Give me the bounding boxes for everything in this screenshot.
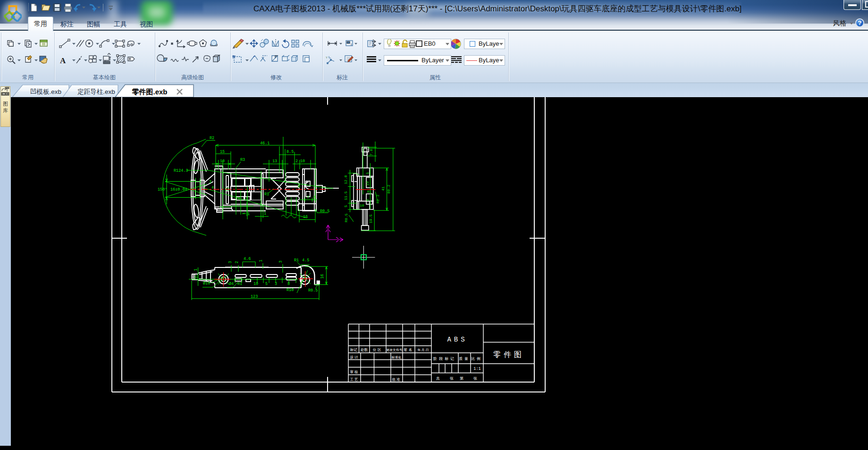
svg-text:处数: 处数 xyxy=(360,348,368,352)
svg-text:8.5: 8.5 xyxy=(287,150,294,154)
svg-text:R3: R3 xyxy=(240,158,245,162)
svg-text:1: 1 xyxy=(264,211,266,216)
svg-text:零件图.exb: 零件图.exb xyxy=(132,88,167,96)
svg-text:阶段标记: 阶段标记 xyxy=(433,357,456,361)
svg-text:8: 8 xyxy=(287,282,290,286)
svg-text:3: 3 xyxy=(313,195,315,200)
svg-text:R2: R2 xyxy=(210,136,214,141)
svg-text:R0.5: R0.5 xyxy=(344,213,348,222)
svg-text:80.2: 80.2 xyxy=(387,184,391,193)
svg-text:13: 13 xyxy=(272,159,277,164)
svg-text:7: 7 xyxy=(356,173,361,175)
svg-text:更改文件号: 更改文件号 xyxy=(387,348,403,352)
svg-text:10: 10 xyxy=(365,181,370,186)
svg-text:16: 16 xyxy=(303,215,308,219)
svg-text:签名: 签名 xyxy=(404,348,414,352)
svg-text:10: 10 xyxy=(253,282,258,286)
svg-text:A: A xyxy=(60,56,66,65)
svg-text:16: 16 xyxy=(320,274,325,279)
svg-text:R2.2: R2.2 xyxy=(376,194,380,203)
svg-text:图: 图 xyxy=(3,101,8,107)
svg-text:工艺: 工艺 xyxy=(350,377,359,382)
svg-text:8: 8 xyxy=(298,184,300,189)
svg-text:设计: 设计 xyxy=(350,355,359,359)
svg-text:1: 1 xyxy=(247,212,250,217)
svg-text:10: 10 xyxy=(220,159,225,164)
svg-text:R1: R1 xyxy=(264,192,269,197)
svg-text:批准: 批准 xyxy=(392,377,401,382)
svg-text:2: 2 xyxy=(235,261,239,263)
svg-text:第: 第 xyxy=(460,376,463,381)
svg-text:Ø4: Ø4 xyxy=(229,282,234,286)
svg-text:分区: 分区 xyxy=(373,348,383,352)
svg-text:库: 库 xyxy=(3,108,8,113)
svg-text:12.8: 12.8 xyxy=(344,175,348,184)
svg-text:7: 7 xyxy=(307,195,309,200)
svg-text:10: 10 xyxy=(300,159,305,164)
svg-text:共: 共 xyxy=(436,376,440,381)
svg-text:标准化: 标准化 xyxy=(391,356,402,359)
svg-text:3: 3 xyxy=(278,260,283,263)
svg-text:Ø10: Ø10 xyxy=(203,281,210,286)
svg-text:凹模板.exb: 凹模板.exb xyxy=(30,88,61,95)
svg-text:15: 15 xyxy=(220,150,225,154)
svg-text:R10: R10 xyxy=(287,288,294,292)
svg-text:.1: .1 xyxy=(350,43,353,46)
svg-text:张: 张 xyxy=(473,376,477,381)
svg-text:R1: R1 xyxy=(237,282,242,286)
svg-text:年.月.日: 年.月.日 xyxy=(417,348,429,352)
svg-text:张: 张 xyxy=(450,376,454,381)
svg-text:零件图: 零件图 xyxy=(493,350,524,358)
svg-text:7.8: 7.8 xyxy=(369,149,373,156)
svg-text:3: 3 xyxy=(209,180,211,184)
svg-text:R1: R1 xyxy=(367,190,371,194)
svg-text:3: 3 xyxy=(275,282,277,286)
svg-text:123: 123 xyxy=(251,294,258,299)
svg-text:标记: 标记 xyxy=(350,348,358,352)
svg-text:4.5: 4.5 xyxy=(302,258,309,263)
svg-text:2: 2 xyxy=(295,159,298,164)
svg-text:比例: 比例 xyxy=(471,357,482,361)
svg-text:19.5: 19.5 xyxy=(369,214,373,223)
svg-text:R0.5: R0.5 xyxy=(320,209,329,214)
svg-text:4.6: 4.6 xyxy=(244,257,251,261)
svg-text:5: 5 xyxy=(344,205,348,207)
svg-text:5: 5 xyxy=(265,282,268,286)
svg-text:Y: Y xyxy=(326,56,328,59)
svg-text:3: 3 xyxy=(228,261,233,263)
svg-text:41: 41 xyxy=(381,186,385,191)
svg-text:审核: 审核 xyxy=(350,370,359,374)
svg-text:1: 1 xyxy=(194,268,198,271)
svg-text:46.1: 46.1 xyxy=(260,141,270,146)
svg-text:R0.5: R0.5 xyxy=(308,288,318,293)
svg-text:10: 10 xyxy=(360,203,364,208)
svg-text:1: 1 xyxy=(259,259,263,262)
svg-text:150°: 150° xyxy=(158,187,167,192)
svg-text:定距导柱.exb: 定距导柱.exb xyxy=(77,88,115,95)
svg-text:1:1: 1:1 xyxy=(473,367,480,371)
svg-text:ABS: ABS xyxy=(447,336,467,343)
svg-text:质量: 质量 xyxy=(459,357,470,361)
svg-text:8: 8 xyxy=(365,199,370,201)
svg-text:11.5: 11.5 xyxy=(344,191,348,200)
svg-text:5: 5 xyxy=(365,172,370,174)
svg-text:R1: R1 xyxy=(294,258,299,263)
svg-text:16±0.04: 16±0.04 xyxy=(170,187,187,192)
svg-text:R124.3: R124.3 xyxy=(174,168,188,173)
